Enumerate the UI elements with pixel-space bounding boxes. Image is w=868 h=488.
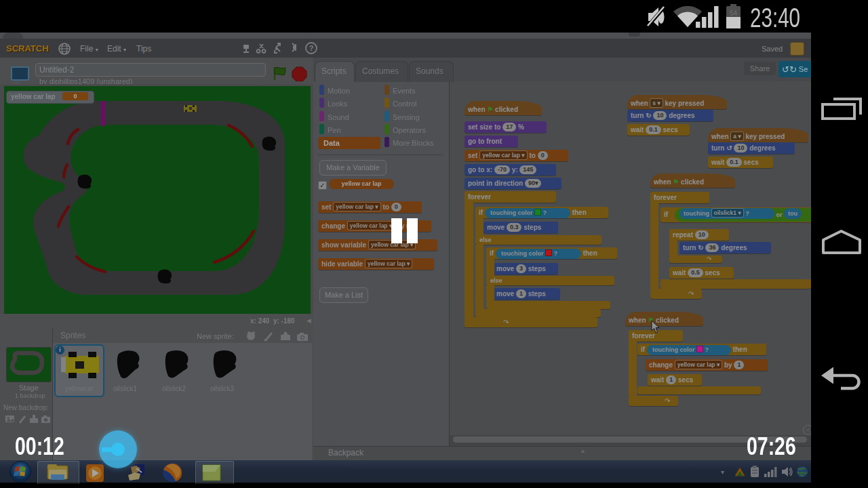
svg-text:54: 54	[730, 9, 738, 17]
